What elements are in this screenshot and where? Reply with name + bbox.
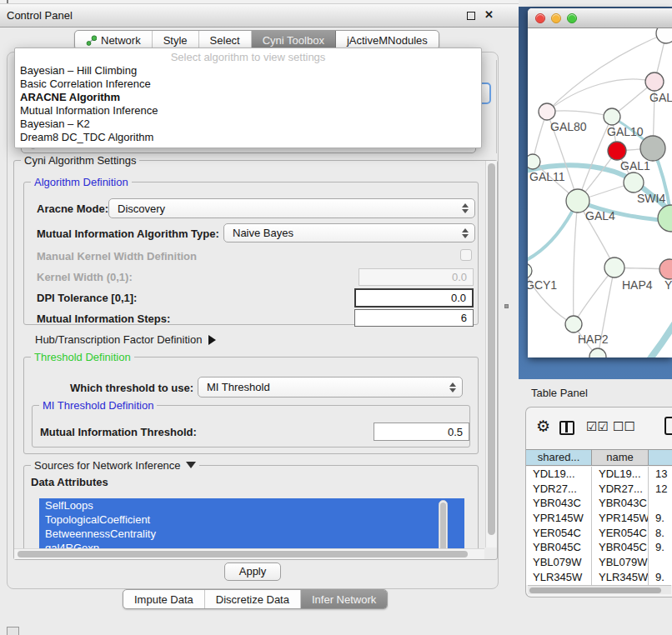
table-cell[interactable]: YER054C [592, 526, 649, 541]
hub-definition-toggle[interactable]: Hub/Transcription Factor Definition [35, 333, 216, 346]
select-all-icon[interactable]: ☑☑ [586, 419, 609, 434]
table-cell[interactable]: YBL079W [526, 555, 592, 570]
network-window-titlebar[interactable] [528, 8, 672, 28]
tab-impute-data[interactable]: Impute Data [123, 590, 205, 608]
mi-threshold-group-title: MI Threshold Definition [39, 399, 157, 412]
mi-threshold-field[interactable]: 0.5 [374, 422, 469, 441]
table-cell[interactable]: 12 [649, 482, 672, 497]
table-cell[interactable]: 9. [649, 511, 672, 526]
network-node[interactable] [604, 108, 620, 125]
table-cell[interactable]: YDL19... [592, 467, 649, 482]
network-node[interactable] [658, 205, 672, 232]
network-node[interactable] [640, 136, 665, 161]
table-column-header[interactable]: name [592, 450, 649, 465]
aracne-mode-combo[interactable]: Discovery [108, 198, 475, 218]
network-window[interactable]: GALGAL80GAL10GAL1GAL11GAL4SWI4GCY1HAP4YH… [528, 8, 672, 358]
settings-vertical-scrollbar[interactable] [485, 161, 497, 548]
network-node[interactable] [645, 72, 664, 91]
attribute-list-item[interactable]: TopologicalCoefficient [39, 512, 464, 527]
table-cell[interactable]: YPR145W [526, 511, 592, 526]
table-row[interactable]: YBL079WYBL079W [526, 555, 672, 570]
manual-kernel-checkbox[interactable] [460, 249, 472, 261]
table-cell[interactable]: YBL079W [592, 555, 649, 570]
table-cell[interactable]: YPR145W [592, 511, 649, 526]
table-cell[interactable]: YBR045C [592, 540, 649, 555]
network-canvas[interactable]: GALGAL80GAL10GAL1GAL11GAL4SWI4GCY1HAP4YH… [528, 28, 672, 358]
table-cell[interactable]: YLR345W [592, 570, 649, 585]
table-row[interactable]: YDR27...YDR27...12 [526, 482, 672, 497]
zoom-traffic-light-icon[interactable] [567, 13, 577, 23]
tab-infer-network[interactable]: Infer Network [301, 590, 387, 608]
attribute-list-item[interactable]: SelfLoops [39, 498, 464, 512]
table-row[interactable]: YBR043CYBR043C [526, 496, 672, 511]
table-cell[interactable]: 8. [649, 526, 672, 541]
attribute-list-item[interactable]: BetweennessCentrality [39, 527, 464, 541]
table-cell[interactable] [649, 555, 672, 570]
algorithm-option[interactable]: Dream8 DC_TDC Algorithm [15, 131, 481, 144]
split-pane-grip[interactable] [504, 304, 509, 308]
kernel-width-field[interactable]: 0.0 [359, 268, 474, 286]
mi-steps-field[interactable]: 6 [354, 309, 474, 327]
column-visibility-icon[interactable] [559, 421, 574, 435]
table-row[interactable]: YER054CYER054C8. [526, 526, 672, 541]
algorithm-option[interactable]: Bayesian – K2 [15, 118, 481, 131]
which-threshold-value: MI Threshold [207, 381, 270, 393]
tab-select[interactable]: Select [199, 31, 252, 49]
sources-group-title[interactable]: Sources for Network Inference [31, 459, 199, 472]
table-cell[interactable] [649, 496, 672, 511]
table-column-header[interactable]: shared... [526, 450, 592, 465]
table-row[interactable]: YPR145WYPR145W9. [526, 511, 672, 526]
dpi-tolerance-field[interactable]: 0.0 [354, 288, 474, 308]
tab-network[interactable]: Network [75, 31, 153, 49]
table-cell[interactable]: YDL19... [526, 467, 592, 482]
table-cell[interactable]: YBR043C [592, 496, 649, 511]
network-node[interactable] [604, 258, 624, 278]
table-cell[interactable]: YDR27... [526, 482, 592, 497]
apply-button[interactable]: Apply [224, 562, 281, 581]
table-cell[interactable]: YBR043C [526, 496, 592, 511]
algorithm-option[interactable]: Mutual Information Inference [15, 104, 481, 118]
which-threshold-combo[interactable]: MI Threshold [198, 377, 463, 398]
table-cell[interactable]: 9. [649, 540, 672, 555]
network-node[interactable] [608, 142, 626, 160]
network-node[interactable] [528, 154, 540, 169]
algorithm-option[interactable]: Basic Correlation Inference [15, 78, 481, 91]
tab-discretize-data[interactable]: Discretize Data [205, 590, 301, 608]
algorithm-option[interactable]: Bayesian – Hill Climbing [15, 64, 481, 78]
algorithm-option[interactable]: ARACNE Algorithm [15, 91, 481, 104]
minimized-panel-chip[interactable] [7, 627, 19, 635]
minimize-traffic-light-icon[interactable] [551, 13, 561, 23]
table-horizontal-scrollbar[interactable] [528, 585, 671, 594]
table-cell[interactable]: YDR27... [592, 482, 649, 497]
network-node[interactable] [539, 103, 555, 120]
close-traffic-light-icon[interactable] [535, 13, 545, 23]
tab-jactivemnodules[interactable]: jActiveMNodules [336, 31, 439, 49]
table-row[interactable]: YBR045CYBR045C9. [526, 540, 672, 555]
settings-gear-icon[interactable]: ⚙ [536, 418, 550, 435]
tab-cyni-toolbox-label: Cyni Toolbox [263, 34, 324, 47]
table-row[interactable]: YDL19...YDL19...13 [526, 467, 672, 482]
settings-horizontal-scrollbar[interactable] [14, 548, 484, 559]
network-node[interactable] [528, 263, 532, 278]
table-cell[interactable]: YLR345W [526, 570, 592, 585]
attribute-list-item[interactable]: gal4RGexp [39, 541, 464, 548]
deselect-all-icon[interactable]: ☐☐ [613, 419, 635, 434]
mi-type-combo[interactable]: Naive Bayes [223, 223, 475, 242]
network-node[interactable] [656, 28, 672, 43]
attributes-scrollbar[interactable] [439, 500, 448, 548]
table-cell[interactable]: 13 [649, 467, 672, 482]
network-node[interactable] [624, 172, 644, 192]
table-column-header[interactable] [649, 450, 672, 465]
close-icon[interactable]: ✕ [484, 8, 494, 21]
network-node[interactable] [565, 316, 582, 332]
table-row[interactable]: YLR345WYLR345W9. [526, 570, 672, 585]
network-node[interactable] [659, 259, 672, 279]
mi-type-label: Mutual Information Algorithm Type: [37, 228, 219, 240]
float-window-icon[interactable] [467, 12, 475, 20]
export-table-icon[interactable] [664, 417, 672, 435]
tab-cyni-toolbox[interactable]: Cyni Toolbox [252, 31, 336, 49]
table-cell[interactable]: YBR045C [526, 540, 592, 555]
table-cell[interactable]: YER054C [526, 526, 592, 541]
table-cell[interactable]: 9. [649, 570, 672, 585]
tab-style[interactable]: Style [153, 31, 199, 49]
